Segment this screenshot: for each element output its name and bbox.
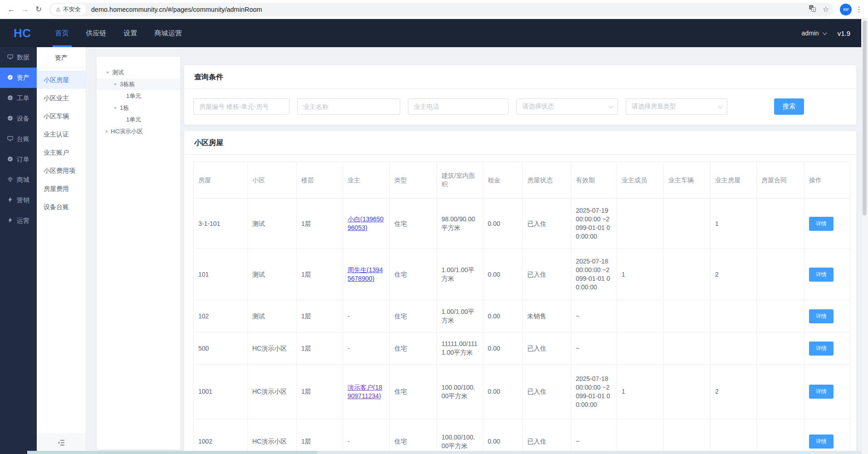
caret-down-icon[interactable] xyxy=(113,83,117,86)
submenu-item-3[interactable]: 业主认证 xyxy=(37,125,86,143)
sidebar-item-label: 商城 xyxy=(17,176,29,184)
cell-validity: ~ xyxy=(571,332,617,365)
table-row: 3-1-101测试1层小白(13965096053)住宅98.00/90.00平… xyxy=(194,199,850,249)
collapse-menu-icon[interactable] xyxy=(57,439,65,449)
submenu-item-6[interactable]: 房屋费用 xyxy=(37,180,86,198)
cell-house: 3-1-101 xyxy=(194,199,248,249)
cell-owner: - xyxy=(343,332,390,365)
app-logo[interactable]: HC xyxy=(14,26,31,40)
circle-icon xyxy=(7,156,14,164)
tree-node-label: 1单元 xyxy=(126,92,141,100)
url-text[interactable]: demo.homecommunity.cn/#/pages/community/… xyxy=(91,6,262,13)
caret-down-icon[interactable] xyxy=(106,72,109,74)
monitor-icon xyxy=(7,135,14,143)
horizontal-scrollbar-thumb[interactable] xyxy=(27,451,318,454)
query-input-0[interactable] xyxy=(193,98,289,115)
owner-link[interactable]: 演示客户(18909711234) xyxy=(348,384,382,400)
caret-down-icon[interactable] xyxy=(113,107,117,109)
topnav-tab-3[interactable]: 商城运营 xyxy=(146,19,191,47)
submenu-item-4[interactable]: 业主账户 xyxy=(37,143,86,161)
detail-button[interactable]: 详情 xyxy=(809,385,834,399)
tree-node-1[interactable]: 3栋栋 xyxy=(97,78,180,90)
detail-button[interactable]: 详情 xyxy=(809,217,834,231)
tree-node-5[interactable]: HC演示小区 xyxy=(97,126,180,137)
submenu-item-7[interactable]: 设备台账 xyxy=(37,198,86,216)
query-input-2[interactable] xyxy=(408,98,509,115)
column-header-1: 小区 xyxy=(248,162,297,199)
table-head: 房屋小区楼层业主类型建筑/室内面积租金房屋状态有效期业主成员业主车辆业主房屋房屋… xyxy=(194,162,850,199)
cell-members: 1 xyxy=(617,365,664,419)
cell-action: 详情 xyxy=(804,419,850,454)
svg-text:文: 文 xyxy=(812,8,815,11)
cell-action: 详情 xyxy=(804,365,850,419)
sidebar-item-1[interactable]: 资产 xyxy=(0,68,37,88)
cell-contract xyxy=(757,199,804,249)
cell-houses xyxy=(711,300,757,332)
search-button[interactable]: 搜索 xyxy=(774,98,804,115)
query-select-1[interactable]: 请选择房屋类型 xyxy=(626,98,727,115)
tree-node-2[interactable]: 1单元 xyxy=(97,90,180,102)
cell-contract xyxy=(757,419,804,454)
cell-area: 1.00/1.00平方米 xyxy=(437,249,483,300)
sidebar-item-label: 工单 xyxy=(17,94,29,103)
translate-icon[interactable]: G文 xyxy=(809,5,816,14)
browser-address-bar[interactable]: ⚠ 不安全 demo.homecommunity.cn/#/pages/comm… xyxy=(49,3,834,16)
tree-node-3[interactable]: 1栋 xyxy=(97,102,180,114)
security-chip[interactable]: ⚠ 不安全 xyxy=(51,4,86,15)
column-header-12: 房屋合同 xyxy=(757,162,804,199)
cell-house: 101 xyxy=(194,249,248,300)
vertical-scrollbar[interactable] xyxy=(861,19,868,454)
cell-type: 住宅 xyxy=(390,332,437,365)
profile-avatar[interactable]: xw xyxy=(840,4,852,15)
topnav-right: admin v1.9 xyxy=(802,29,851,37)
cell-validity: 2025-07-18 00:00:00 ~2099-01-01 00:00:00 xyxy=(571,249,617,300)
vertical-scrollbar-thumb[interactable] xyxy=(863,20,867,215)
horizontal-scrollbar[interactable] xyxy=(27,451,861,454)
owner-link[interactable]: 周先生(13945678900) xyxy=(348,266,383,282)
sidebar-item-8[interactable]: 运营 xyxy=(0,210,37,231)
cell-owner: 周先生(13945678900) xyxy=(343,249,390,300)
query-input-1[interactable] xyxy=(297,98,400,115)
browser-back-icon[interactable]: ← xyxy=(5,5,18,14)
cell-action: 详情 xyxy=(804,249,850,300)
sidebar-item-2[interactable]: 工单 xyxy=(0,88,37,108)
browser-menu-icon[interactable]: ⋮ xyxy=(854,5,863,14)
tree-node-4[interactable]: 1单元 xyxy=(97,114,180,126)
detail-button[interactable]: 详情 xyxy=(809,434,834,449)
sidebar-item-4[interactable]: 台账 xyxy=(0,129,37,149)
sidebar-item-7[interactable]: 营销 xyxy=(0,190,37,210)
sidebar-item-3[interactable]: 设备 xyxy=(0,108,37,129)
user-menu[interactable]: admin xyxy=(802,29,826,37)
submenu-item-2[interactable]: 小区车辆 xyxy=(37,107,86,125)
caret-right-icon[interactable] xyxy=(106,130,108,133)
sidebar-item-6[interactable]: 商城 xyxy=(0,170,37,190)
query-panel-title: 查询条件 xyxy=(184,65,856,89)
cell-vehicles xyxy=(664,365,711,419)
table-header-row: 房屋小区楼层业主类型建筑/室内面积租金房屋状态有效期业主成员业主车辆业主房屋房屋… xyxy=(194,162,850,199)
bookmark-star-icon[interactable]: ☆ xyxy=(823,5,829,14)
topnav-tab-2[interactable]: 设置 xyxy=(115,19,146,47)
topnav-tab-0[interactable]: 首页 xyxy=(47,19,78,47)
cell-houses: 2 xyxy=(711,365,757,419)
detail-button[interactable]: 详情 xyxy=(809,309,834,323)
query-select-0[interactable]: 请选择状态 xyxy=(516,98,618,115)
sidebar-item-0[interactable]: 数据 xyxy=(0,47,37,68)
cell-vehicles xyxy=(664,300,711,332)
tree-node-0[interactable]: 测试 xyxy=(97,67,180,78)
submenu-item-0[interactable]: 小区房屋 xyxy=(37,71,86,89)
cell-type: 住宅 xyxy=(390,199,437,249)
submenu-item-5[interactable]: 小区费用项 xyxy=(37,161,86,180)
detail-button[interactable]: 详情 xyxy=(809,268,834,282)
topnav-tab-1[interactable]: 供应链 xyxy=(78,19,115,47)
cell-contract xyxy=(757,365,804,419)
sidebar-item-5[interactable]: 订单 xyxy=(0,149,37,170)
submenu-item-1[interactable]: 小区业主 xyxy=(37,89,86,107)
cell-house: 102 xyxy=(194,300,248,332)
tree-node-label: HC演示小区 xyxy=(111,127,143,136)
browser-forward-icon[interactable]: → xyxy=(18,5,32,14)
bolt-icon xyxy=(7,217,14,225)
browser-reload-icon[interactable]: ↻ xyxy=(32,5,45,14)
sidebar-item-label: 数据 xyxy=(17,54,29,62)
detail-button[interactable]: 详情 xyxy=(809,342,834,356)
owner-link[interactable]: 小白(13965096053) xyxy=(348,215,383,231)
